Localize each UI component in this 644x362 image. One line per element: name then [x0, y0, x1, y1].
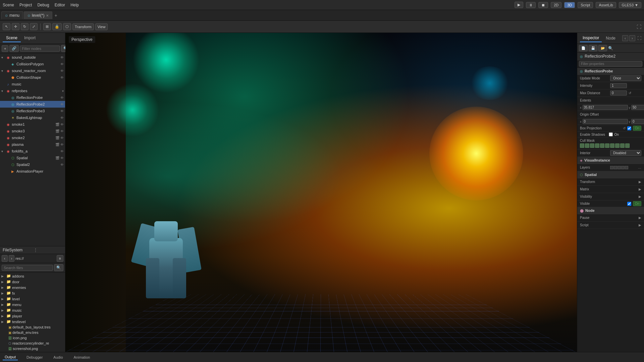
cull-bit-4[interactable]: [595, 143, 599, 148]
tab-add-button[interactable]: +: [54, 13, 57, 18]
select-tool[interactable]: ↖: [3, 23, 10, 30]
interior-dropdown[interactable]: Disabled Interior Exterior: [610, 150, 641, 156]
tab-scene[interactable]: Scene: [3, 34, 21, 42]
fs-forward-button[interactable]: ›: [9, 255, 15, 262]
transform-row[interactable]: Transform ▶: [577, 178, 644, 186]
cull-bit-3[interactable]: [590, 143, 594, 148]
fs-file-screenshot[interactable]: 🖼 screenshot.png: [0, 346, 65, 351]
tree-item-smoke3[interactable]: ◉ smoke3 🎬 👁: [0, 128, 65, 134]
visualinstance-section-header[interactable]: ◈ VisualInstance: [577, 157, 644, 164]
save-scene-button[interactable]: 💾: [589, 45, 597, 51]
expand-viewport-button[interactable]: ⛶: [637, 24, 641, 29]
cull-bit-2[interactable]: [585, 143, 589, 148]
tab-inspector[interactable]: Inspector: [580, 34, 602, 42]
filesystem-menu-icon[interactable]: ⋮: [34, 248, 63, 252]
load-button[interactable]: 📂: [598, 45, 607, 51]
enable-shadows-checkbox[interactable]: [609, 132, 613, 136]
stop-button[interactable]: ⏹: [538, 2, 548, 8]
bottom-tab-audio[interactable]: Audio: [51, 355, 65, 360]
snap-tool[interactable]: ⊞: [43, 23, 51, 30]
menu-project[interactable]: Project: [19, 3, 32, 7]
box-projection-checkbox[interactable]: [627, 126, 631, 130]
mode-script-button[interactable]: Script: [578, 2, 593, 8]
mode-2d-button[interactable]: 2D: [551, 2, 561, 8]
filter-properties-input[interactable]: [579, 61, 642, 67]
layer-bit-1[interactable]: [610, 166, 613, 169]
tree-item-sound-outside[interactable]: ▾ ◉ sound_outside 👁: [0, 54, 65, 61]
cull-bit-7[interactable]: [610, 143, 614, 148]
inspector-back-button[interactable]: ‹: [622, 35, 628, 41]
tree-item-plasma[interactable]: ◉ plasma 🎬 👁: [0, 141, 65, 148]
script-row[interactable]: Script ▶: [577, 222, 644, 229]
fs-file-reactorcore[interactable]: ⬡ reactorcorecylinder_re: [0, 341, 65, 346]
cull-mask-grid[interactable]: [580, 143, 641, 148]
spatial-section-header[interactable]: ⬡ Spatial: [577, 171, 644, 178]
layer-bit-2[interactable]: [614, 166, 617, 169]
fs-file-icon-png[interactable]: 🖼 icon.png: [0, 335, 65, 341]
fs-file-default-env[interactable]: ▣ default_env.tres: [0, 330, 65, 335]
mode-3d-button[interactable]: 3D: [564, 2, 575, 8]
max-distance-input[interactable]: [610, 90, 627, 96]
bottom-tab-animation[interactable]: Animation: [72, 355, 92, 360]
transform-tool[interactable]: Transform: [72, 23, 94, 30]
fs-folder-door[interactable]: ▶ 📁 door: [0, 279, 65, 285]
layer-bit-4[interactable]: [621, 166, 625, 169]
pause-row[interactable]: Pause ▶: [577, 214, 644, 222]
tree-item-spatial2[interactable]: ⬡ Spatial2 👁: [0, 161, 65, 168]
tab-level-close[interactable]: ✕: [46, 14, 49, 17]
tree-item-collisionshape[interactable]: ⬟ CollisionShape 👁: [0, 74, 65, 81]
tree-item-sound-reactor[interactable]: ▾ ◉ sound_reactor_room 👁: [0, 67, 65, 74]
cull-bit-6[interactable]: [605, 143, 609, 148]
fs-folder-level[interactable]: ▶ 📁 level: [0, 296, 65, 302]
reflectionprobe-section-header[interactable]: ◎ ReflectionProbe: [577, 68, 644, 75]
max-distance-reset-button[interactable]: ↺: [629, 91, 631, 95]
scale-tool[interactable]: ⤢: [30, 23, 38, 30]
cull-bit-8[interactable]: [615, 143, 620, 148]
pause-button[interactable]: ⏸: [526, 2, 536, 8]
search-icon[interactable]: 🔍: [608, 46, 613, 51]
menu-scene[interactable]: Scene: [3, 3, 14, 7]
layer-bit-3[interactable]: [618, 166, 621, 169]
fs-folder-menu[interactable]: ▶ 📁 menu: [0, 302, 65, 307]
play-button[interactable]: ▶: [515, 2, 523, 8]
fs-folder-music[interactable]: ▶ 📁 music: [0, 307, 65, 313]
fs-folder-enemies[interactable]: ▶ 📁 enemies: [0, 285, 65, 290]
fs-search-button[interactable]: 🔍: [54, 264, 63, 271]
update-mode-dropdown[interactable]: Once Always: [610, 75, 641, 81]
cull-bit-1[interactable]: [580, 143, 584, 148]
matrix-row[interactable]: Matrix ▶: [577, 186, 644, 193]
menu-debug[interactable]: Debug: [37, 3, 49, 7]
tree-item-bakedlightmap[interactable]: ☀ BakedLightmap 👁: [0, 114, 65, 121]
group-tool[interactable]: ⬡: [63, 23, 71, 30]
fs-folder-testlevel[interactable]: ▶ 📁 testlevel: [0, 319, 65, 324]
tree-item-smoke1[interactable]: ◉ smoke1 🎬 👁: [0, 121, 65, 128]
tab-import[interactable]: Import: [21, 34, 39, 42]
add-node-button[interactable]: +: [2, 45, 8, 52]
rotate-tool[interactable]: ↻: [21, 23, 29, 30]
extents-x-input[interactable]: [583, 105, 628, 110]
link-button[interactable]: 🔗: [9, 45, 19, 52]
bottom-tab-debugger[interactable]: Debugger: [24, 355, 45, 360]
tab-menu[interactable]: ⊙ menu: [1, 11, 23, 19]
bottom-tab-output[interactable]: Output: [3, 354, 18, 360]
visibility-row[interactable]: Visibility ▶: [577, 193, 644, 200]
cull-bit-9[interactable]: [620, 143, 625, 148]
view-tool[interactable]: View: [95, 23, 108, 30]
tree-item-animationplayer[interactable]: ▶ AnimationPlayer: [0, 168, 65, 175]
tree-item-music[interactable]: ♪ music: [0, 81, 65, 87]
tab-level[interactable]: ⊙ level(*) ✕: [24, 11, 52, 19]
open-script-button[interactable]: 📄: [579, 45, 588, 51]
layers-expand-button[interactable]: …: [638, 166, 641, 169]
move-tool[interactable]: ✛: [12, 23, 19, 30]
layers-grid[interactable]: [610, 166, 636, 169]
viewport[interactable]: Perspective: [65, 33, 577, 352]
fs-layout-button[interactable]: ≡: [57, 255, 63, 262]
layer-bit-5[interactable]: [625, 166, 628, 169]
extents-y-input[interactable]: [631, 105, 644, 110]
intensity-input[interactable]: [610, 83, 627, 88]
cull-bit-5[interactable]: [600, 143, 604, 148]
mode-assetlib-button[interactable]: AssetLib: [596, 2, 616, 8]
fs-file-bus-layout[interactable]: ▣ default_bus_layout.tres: [0, 324, 65, 330]
fs-back-button[interactable]: ‹: [2, 255, 8, 262]
menu-help[interactable]: Help: [70, 3, 79, 7]
